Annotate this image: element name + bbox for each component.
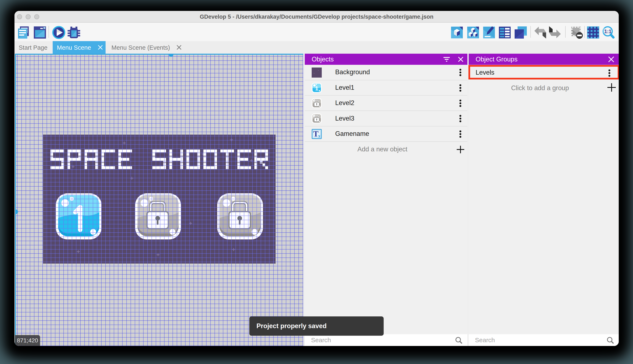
- svg-text:1: 1: [315, 85, 318, 92]
- svg-text:T: T: [313, 129, 319, 138]
- svg-text:1:1: 1:1: [604, 29, 611, 34]
- svg-text:x: x: [318, 133, 321, 138]
